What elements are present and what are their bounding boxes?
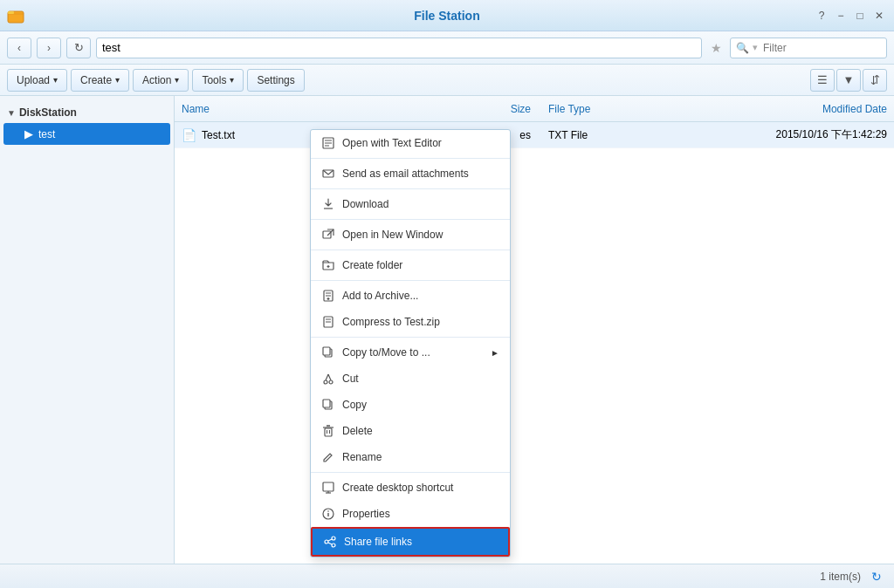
tools-label: Tools [202, 74, 226, 86]
menu-label-desktop-shortcut: Create desktop shortcut [342, 482, 453, 494]
menu-item-compress[interactable]: Compress to Test.zip [311, 309, 510, 335]
menu-item-add-archive[interactable]: Add to Archive... [311, 283, 510, 309]
action-button[interactable]: Action ▾ [133, 69, 189, 92]
table-row[interactable]: 📄 Test.txt es TXT File 2015/10/16 下午1:42… [175, 122, 894, 148]
sidebar-item-test-label: test [38, 128, 55, 140]
sidebar-diskstation-header[interactable]: ▼ DiskStation [0, 103, 174, 122]
file-list-container: Name Size File Type Modified Date 📄 Test… [175, 96, 894, 564]
folder-icon: ▶ [24, 127, 33, 140]
add-archive-icon [321, 289, 335, 303]
minimize-button[interactable]: − [833, 8, 849, 24]
svg-rect-8 [323, 231, 331, 238]
menu-item-open-new-window[interactable]: Open in New Window [311, 222, 510, 248]
title-bar-left [7, 7, 24, 24]
file-date-cell: 2015/10/16 下午1:42:29 [679, 127, 887, 142]
svg-line-42 [328, 539, 332, 541]
context-menu: Open with Text Editor Send as email atta… [310, 129, 511, 557]
menu-label-open-new-window: Open in New Window [342, 229, 443, 241]
svg-line-25 [328, 374, 331, 380]
sidebar-item-test[interactable]: ▶ test [3, 123, 170, 145]
back-button[interactable]: ‹ [7, 38, 31, 58]
address-input[interactable] [96, 38, 702, 58]
send-email-icon [321, 167, 335, 181]
action-dropdown-icon: ▾ [175, 75, 179, 85]
toolbar: Upload ▾ Create ▾ Action ▾ Tools ▾ Setti… [0, 65, 894, 96]
menu-label-properties: Properties [342, 508, 390, 520]
view-options-button[interactable]: ▼ [836, 69, 861, 92]
menu-label-send-email: Send as email attachments [342, 168, 469, 180]
separator-6 [311, 337, 510, 338]
menu-label-share-links: Share file links [344, 536, 412, 548]
list-view-button[interactable]: ☰ [810, 69, 835, 92]
separator-3 [311, 219, 510, 220]
file-name: Test.txt [202, 129, 235, 141]
tools-dropdown-icon: ▾ [230, 75, 234, 85]
svg-point-22 [324, 380, 327, 384]
maximize-button[interactable]: □ [852, 8, 868, 24]
close-button[interactable]: ✕ [871, 8, 887, 24]
separator-1 [311, 158, 510, 159]
menu-item-rename[interactable]: Rename [311, 444, 510, 470]
window-title: File Station [414, 9, 479, 23]
refresh-button[interactable]: ↻ [66, 38, 91, 58]
menu-item-download[interactable]: Download [311, 191, 510, 217]
create-button[interactable]: Create ▾ [71, 69, 129, 92]
svg-point-38 [327, 510, 329, 512]
svg-point-39 [332, 537, 335, 540]
title-bar: File Station ? − □ ✕ [0, 0, 894, 31]
menu-item-copy-move[interactable]: Copy to/Move to ... ► [311, 339, 510, 366]
window-controls: ? − □ ✕ [814, 8, 887, 24]
settings-button[interactable]: Settings [247, 69, 304, 92]
svg-line-24 [326, 374, 328, 380]
file-type-cell: TXT File [548, 129, 679, 141]
sidebar-arrow-icon: ▼ [7, 108, 16, 118]
status-refresh-button[interactable]: ↻ [868, 568, 885, 585]
svg-point-41 [332, 544, 335, 547]
header-size: Size [444, 103, 548, 115]
menu-label-delete: Delete [342, 425, 373, 437]
menu-label-compress: Compress to Test.zip [342, 316, 440, 328]
file-list-header: Name Size File Type Modified Date [175, 96, 894, 122]
menu-item-desktop-shortcut[interactable]: Create desktop shortcut [311, 475, 510, 501]
menu-label-rename: Rename [342, 451, 382, 463]
menu-item-open-text-editor[interactable]: Open with Text Editor [311, 130, 510, 156]
svg-rect-33 [323, 482, 334, 491]
tools-button[interactable]: Tools ▾ [192, 69, 244, 92]
settings-label: Settings [257, 74, 294, 86]
search-icon: 🔍 [736, 42, 749, 54]
svg-rect-28 [325, 428, 332, 436]
bookmark-button[interactable]: ★ [707, 39, 725, 57]
header-date: Modified Date [679, 103, 887, 115]
forward-button[interactable]: › [37, 38, 61, 58]
upload-dropdown-icon: ▾ [53, 75, 58, 85]
separator-2 [311, 188, 510, 189]
svg-line-43 [328, 543, 332, 544]
delete-icon [321, 424, 335, 438]
menu-item-properties[interactable]: Properties [311, 501, 510, 527]
upload-button[interactable]: Upload ▾ [7, 69, 67, 92]
upload-label: Upload [17, 74, 50, 86]
help-button[interactable]: ? [814, 8, 829, 24]
menu-item-share-links[interactable]: Share file links [311, 527, 510, 557]
create-dropdown-icon: ▾ [115, 75, 120, 85]
menu-label-create-folder: Create folder [342, 259, 402, 271]
copy-move-icon [321, 345, 335, 359]
menu-label-copy-move: Copy to/Move to ... [342, 346, 430, 359]
toolbar-right: ☰ ▼ ⇵ [810, 69, 887, 92]
compress-icon [321, 315, 335, 329]
menu-item-create-folder[interactable]: Create folder [311, 252, 510, 278]
copy-icon [321, 398, 335, 412]
action-label: Action [142, 74, 171, 86]
sidebar-diskstation-label: DiskStation [19, 106, 77, 119]
menu-item-send-email[interactable]: Send as email attachments [311, 161, 510, 187]
sort-button[interactable]: ⇵ [863, 69, 887, 92]
filter-input[interactable] [763, 42, 877, 54]
filter-dropdown[interactable]: ▾ [753, 42, 758, 53]
menu-item-cut[interactable]: Cut [311, 366, 510, 392]
menu-item-delete[interactable]: Delete [311, 418, 510, 444]
menu-label-cut: Cut [342, 373, 359, 385]
create-folder-icon [321, 258, 335, 272]
menu-item-copy[interactable]: Copy [311, 392, 510, 418]
submenu-arrow-icon: ► [491, 348, 499, 358]
open-text-editor-icon [321, 136, 335, 150]
